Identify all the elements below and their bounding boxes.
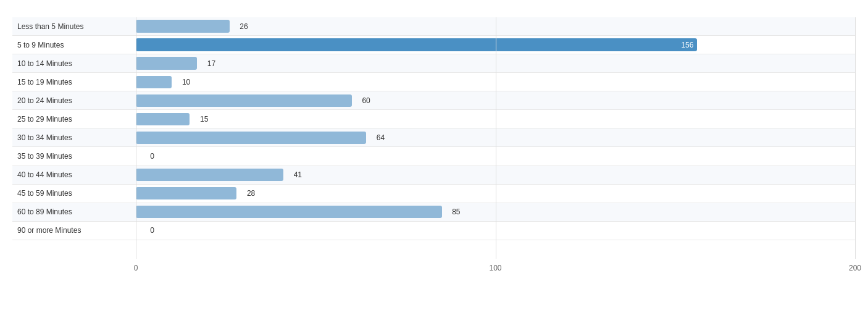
bar-label: 15 to 19 Minutes [12, 78, 136, 86]
bar-label: 35 to 39 Minutes [12, 152, 136, 161]
bar-label: 30 to 34 Minutes [12, 133, 136, 142]
bar-label: 40 to 44 Minutes [12, 170, 136, 179]
bar-label: 10 to 14 Minutes [12, 59, 136, 68]
bar-label: 90 or more Minutes [12, 226, 136, 235]
grid-label: 100 [489, 264, 501, 272]
bar-label: Less than 5 Minutes [12, 22, 136, 31]
bar-label: 25 to 29 Minutes [12, 115, 136, 124]
grid-lines: 0100200 [136, 17, 856, 259]
bar-label: 20 to 24 Minutes [12, 96, 136, 105]
bar-label: 45 to 59 Minutes [12, 189, 136, 198]
grid-label: 200 [849, 264, 861, 272]
bar-label: 60 to 89 Minutes [12, 208, 136, 216]
bar-label: 5 to 9 Minutes [12, 41, 136, 49]
grid-label: 0 [134, 264, 138, 272]
grid-line: 0 [136, 17, 136, 259]
chart-container: Less than 5 Minutes265 to 9 Minutes15610… [0, 0, 868, 323]
grid-line: 100 [496, 17, 496, 259]
grid-line: 200 [855, 17, 856, 259]
chart-area: Less than 5 Minutes265 to 9 Minutes15610… [12, 17, 856, 274]
